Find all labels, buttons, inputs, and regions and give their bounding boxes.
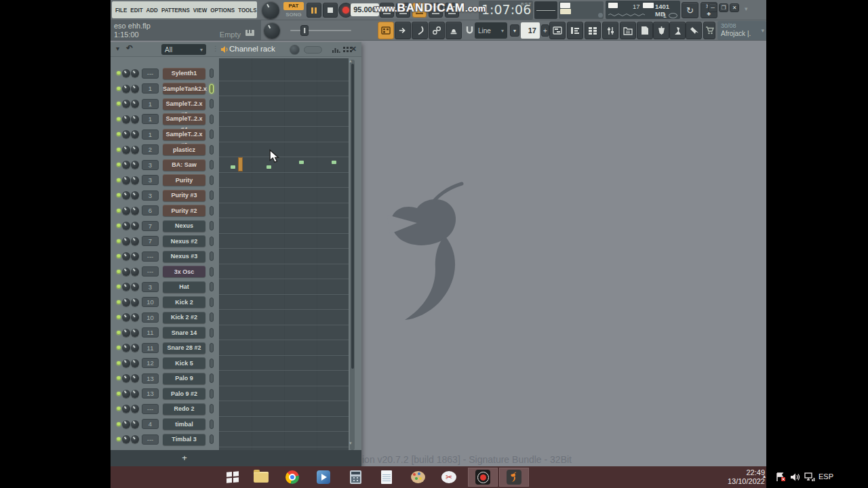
channel-mixer-track-number[interactable]: 13 xyxy=(142,388,159,399)
channel-mixer-track-number[interactable]: 13 xyxy=(142,373,159,384)
touch-controller-button[interactable] xyxy=(686,22,702,39)
channel-pan-knob[interactable] xyxy=(122,222,130,230)
pattern-note[interactable] xyxy=(231,165,235,169)
channel-mixer-track-number[interactable]: 1 xyxy=(142,114,159,124)
chrome-button[interactable] xyxy=(284,470,300,485)
network-icon[interactable] xyxy=(804,472,815,482)
channel-pan-knob[interactable] xyxy=(122,268,130,276)
channel-enable-led[interactable] xyxy=(117,117,121,121)
pattern-note[interactable] xyxy=(267,165,271,169)
channel-enable-led[interactable] xyxy=(117,209,121,213)
channel-step-lane[interactable] xyxy=(219,325,349,341)
start-button[interactable] xyxy=(224,470,241,485)
minimize-button[interactable]: ─ xyxy=(708,3,717,12)
channel-pan-knob[interactable] xyxy=(122,237,130,245)
channel-pan-knob[interactable] xyxy=(122,374,130,382)
channel-step-lane[interactable] xyxy=(219,142,349,158)
graph-view-icon[interactable] xyxy=(332,46,340,54)
channel-button[interactable]: SampleT..2.x #2 xyxy=(163,129,205,140)
pause-button[interactable] xyxy=(307,3,321,18)
channel-enable-led[interactable] xyxy=(117,239,121,243)
channel-select-indicator[interactable] xyxy=(210,221,214,230)
channel-button[interactable]: BA: Saw xyxy=(163,159,205,171)
scroll-up-icon[interactable]: ▴ xyxy=(349,58,352,64)
channel-mixer-track-number[interactable]: 1 xyxy=(142,83,159,94)
channel-mixer-track-number[interactable]: 3 xyxy=(142,190,159,201)
channel-button[interactable]: SampleTank2.x xyxy=(163,83,205,94)
channel-select-indicator[interactable] xyxy=(210,359,214,368)
channel-enable-led[interactable] xyxy=(117,422,121,426)
slip-tool-button[interactable] xyxy=(412,22,428,39)
channel-pan-knob[interactable] xyxy=(122,298,130,306)
channel-step-lane[interactable] xyxy=(219,401,349,417)
channel-button[interactable]: Timbal 3 xyxy=(163,434,205,445)
channel-mixer-track-number[interactable]: 3 xyxy=(142,282,159,292)
pattern-plus-button[interactable]: + xyxy=(541,24,549,37)
channel-select-indicator[interactable] xyxy=(210,343,214,352)
channel-mixer-track-number[interactable]: --- xyxy=(142,68,159,79)
channel-step-lane[interactable] xyxy=(219,249,349,264)
channel-pan-knob[interactable] xyxy=(122,252,130,260)
media-player-button[interactable] xyxy=(315,470,332,485)
channel-pan-knob[interactable] xyxy=(122,161,130,169)
channel-select-indicator[interactable] xyxy=(210,145,214,155)
channel-select-indicator[interactable] xyxy=(210,206,214,216)
channel-step-lane[interactable] xyxy=(219,295,349,310)
channel-button[interactable]: Palo 9 #2 xyxy=(163,388,205,399)
channel-enable-led[interactable] xyxy=(117,193,121,197)
channel-enable-led[interactable] xyxy=(117,224,121,228)
main-pitch-knob[interactable] xyxy=(262,1,279,19)
channel-enable-led[interactable] xyxy=(117,315,121,319)
channel-pan-knob[interactable] xyxy=(122,359,130,367)
channel-button[interactable]: Redo 2 xyxy=(163,403,205,415)
menu-view[interactable]: VIEW xyxy=(193,6,207,14)
channel-volume-knob[interactable] xyxy=(131,313,139,321)
menu-add[interactable]: ADD xyxy=(146,6,158,14)
channel-mixer-track-number[interactable]: --- xyxy=(142,266,159,277)
channel-step-lane[interactable] xyxy=(219,386,349,402)
channel-volume-knob[interactable] xyxy=(131,252,139,260)
channel-step-lane[interactable] xyxy=(219,173,349,188)
pat-song-toggle[interactable]: PAT SONG xyxy=(283,2,305,18)
channel-pan-knob[interactable] xyxy=(122,176,130,184)
channel-step-lane[interactable] xyxy=(219,157,349,173)
channel-pan-knob[interactable] xyxy=(122,390,130,398)
channel-button[interactable]: Snare 28 #2 xyxy=(163,342,205,354)
channel-pan-knob[interactable] xyxy=(122,405,130,413)
channel-select-indicator[interactable] xyxy=(210,68,214,78)
language-indicator[interactable]: ESP xyxy=(818,472,833,481)
stamp-tool-button[interactable] xyxy=(446,22,462,39)
channel-enable-led[interactable] xyxy=(117,361,121,365)
restore-button[interactable]: ❐ xyxy=(719,3,728,12)
channel-volume-knob[interactable] xyxy=(131,374,139,382)
channel-button[interactable]: Purity xyxy=(163,174,205,186)
cpu-memory-panel[interactable]: 17 1401 MB 1 xyxy=(606,1,680,19)
menu-options[interactable]: OPTIONS xyxy=(210,6,235,14)
channel-volume-knob[interactable] xyxy=(131,85,139,93)
channel-step-lane[interactable] xyxy=(219,127,349,142)
channel-pan-knob[interactable] xyxy=(122,313,130,321)
channel-enable-led[interactable] xyxy=(117,331,121,335)
channel-pan-knob[interactable] xyxy=(122,85,130,93)
channel-enable-led[interactable] xyxy=(117,376,121,380)
channel-select-indicator[interactable] xyxy=(210,115,214,124)
channel-step-lane[interactable] xyxy=(219,356,349,371)
channel-pan-knob[interactable] xyxy=(122,420,130,428)
channel-volume-knob[interactable] xyxy=(131,435,139,443)
channel-volume-knob[interactable] xyxy=(131,359,139,367)
link-tool-button[interactable] xyxy=(429,22,445,39)
window-menu-caret-icon[interactable]: ▾ xyxy=(745,5,748,12)
channel-select-indicator[interactable] xyxy=(210,420,214,429)
channel-select-indicator[interactable] xyxy=(210,176,214,185)
pattern-dropdown-button[interactable]: ▾ xyxy=(510,24,519,37)
channel-mixer-track-number[interactable]: 11 xyxy=(142,343,159,353)
pattern-number-display[interactable]: 17 xyxy=(521,22,540,39)
channel-mixer-track-number[interactable]: --- xyxy=(142,434,159,445)
file-explorer-button[interactable] xyxy=(253,470,269,485)
fl-studio-taskbar-button[interactable] xyxy=(499,468,529,487)
scroll-down-icon[interactable]: ▾ xyxy=(349,441,352,446)
channel-mixer-track-number[interactable]: 7 xyxy=(142,236,159,246)
rack-close-icon[interactable]: ✕ xyxy=(351,45,357,54)
monitor-knob[interactable] xyxy=(598,13,603,18)
channel-volume-knob[interactable] xyxy=(131,115,139,123)
